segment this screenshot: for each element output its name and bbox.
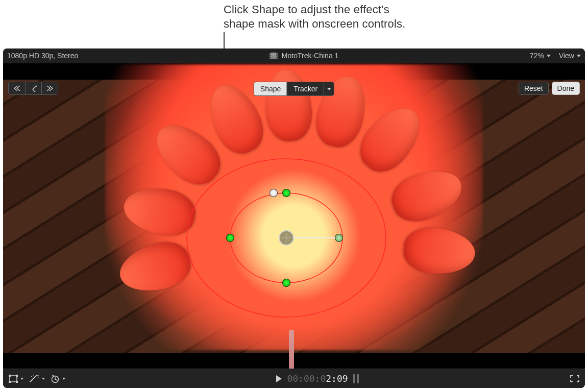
audio-meter-icon bbox=[353, 374, 359, 383]
next-edit-icon bbox=[46, 85, 54, 91]
zoom-value: 72% bbox=[530, 52, 544, 60]
viewer[interactable]: Shape Tracker Reset Done bbox=[3, 63, 585, 370]
fullscreen-icon bbox=[570, 375, 580, 383]
video-frame bbox=[3, 80, 585, 353]
next-edit-button[interactable] bbox=[41, 82, 58, 94]
svg-rect-0 bbox=[32, 86, 37, 92]
format-label: 1080p HD 30p, Stereo bbox=[7, 52, 78, 60]
enhance-tool-menu[interactable] bbox=[29, 374, 45, 383]
playback-center: 00:00:02:09 bbox=[276, 373, 358, 384]
view-label: View bbox=[559, 52, 574, 60]
timecode-dim: 00:00:0 bbox=[287, 373, 326, 384]
svg-rect-3 bbox=[10, 376, 17, 382]
tracker-tab[interactable]: Tracker bbox=[287, 82, 324, 95]
retime-tool-menu[interactable] bbox=[50, 374, 65, 383]
viewer-window: 1080p HD 30p, Stereo MotoTrek-China 1 72… bbox=[3, 48, 585, 388]
transform-tool-menu[interactable] bbox=[8, 374, 23, 383]
svg-rect-5 bbox=[16, 375, 18, 377]
shape-tracker-segment: Shape Tracker bbox=[254, 82, 334, 96]
chevron-down-icon bbox=[327, 88, 331, 90]
chevron-down-icon bbox=[62, 378, 65, 380]
prev-edit-icon bbox=[13, 85, 20, 91]
chevron-down-icon bbox=[20, 378, 23, 380]
bottom-toolbar: 00:00:02:09 bbox=[3, 369, 585, 388]
info-bar: 1080p HD 30p, Stereo MotoTrek-China 1 72… bbox=[3, 48, 585, 63]
view-menu[interactable]: View bbox=[559, 52, 581, 60]
callout-line1: Click Shape to adjust the effect's bbox=[224, 3, 406, 17]
keyframe-button[interactable] bbox=[25, 82, 41, 94]
enhance-tool-icon bbox=[29, 374, 40, 383]
keyframe-icon bbox=[30, 85, 37, 92]
done-button[interactable]: Done bbox=[552, 82, 580, 95]
transform-tool-icon bbox=[8, 374, 18, 383]
chevron-down-icon bbox=[42, 378, 45, 380]
timecode-bright: 2:09 bbox=[326, 373, 348, 384]
shape-tab[interactable]: Shape bbox=[254, 82, 287, 95]
timecode-display[interactable]: 00:00:02:09 bbox=[287, 373, 348, 384]
edit-nav-group bbox=[8, 82, 58, 95]
chevron-down-icon bbox=[547, 55, 551, 57]
zoom-menu[interactable]: 72% bbox=[530, 52, 551, 60]
svg-point-8 bbox=[31, 376, 32, 377]
svg-point-9 bbox=[33, 375, 34, 376]
clip-name: MotoTrek-China 1 bbox=[282, 52, 339, 60]
play-button[interactable] bbox=[276, 375, 282, 382]
viewer-action-buttons: Reset Done bbox=[519, 82, 580, 95]
lantern-petals bbox=[177, 90, 411, 253]
fullscreen-button[interactable] bbox=[570, 375, 580, 383]
reset-button[interactable]: Reset bbox=[519, 82, 549, 95]
svg-rect-6 bbox=[9, 381, 11, 383]
filmstrip-icon bbox=[270, 53, 278, 59]
callout-text: Click Shape to adjust the effect's shape… bbox=[224, 3, 406, 31]
tracker-options-button[interactable] bbox=[324, 82, 334, 95]
retime-tool-icon bbox=[50, 374, 60, 383]
callout-line2: shape mask with onscreen controls. bbox=[224, 17, 406, 31]
svg-rect-7 bbox=[16, 381, 18, 383]
prev-edit-button[interactable] bbox=[9, 82, 25, 94]
clip-title-area: MotoTrek-China 1 bbox=[270, 52, 339, 60]
chevron-down-icon bbox=[577, 55, 581, 57]
svg-rect-4 bbox=[9, 375, 11, 377]
